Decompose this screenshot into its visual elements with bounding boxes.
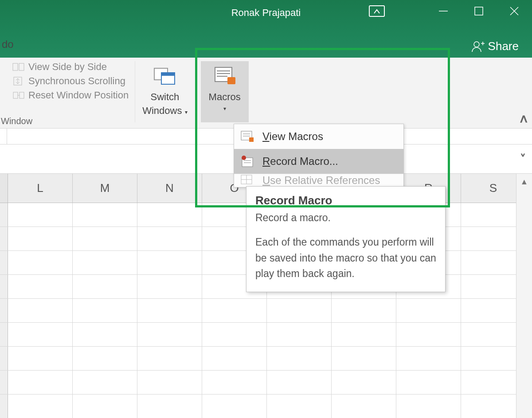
record-macro-item[interactable]: Record Macro... xyxy=(234,149,403,174)
ribbon-display-options-icon[interactable] xyxy=(368,4,386,18)
chevron-down-icon: ▾ xyxy=(223,105,226,113)
switch-l2: Windows xyxy=(142,105,182,116)
macros-dropdown-menu: View Macros Record Macro... Use Relative… xyxy=(234,124,404,188)
svg-rect-24 xyxy=(249,137,254,142)
view-side-by-side-button[interactable]: View Side by Side xyxy=(12,61,129,73)
collapse-ribbon-button[interactable]: ʌ xyxy=(520,111,528,125)
username: Ronak Prajapati xyxy=(231,7,301,19)
maximize-button[interactable] xyxy=(461,0,497,22)
svg-rect-8 xyxy=(13,63,18,70)
minimize-button[interactable] xyxy=(426,0,461,22)
scroll-up-icon[interactable]: ▲ xyxy=(516,174,532,190)
window-group: View Side by Side Synchronous Scrolling … xyxy=(0,58,249,122)
view-macros-item[interactable]: View Macros xyxy=(234,124,403,149)
share-label: Share xyxy=(488,39,519,53)
menu-item-label: Record Macro... xyxy=(262,155,338,168)
synchronous-scrolling-button[interactable]: Synchronous Scrolling xyxy=(12,75,129,87)
chevron-down-icon: ▾ xyxy=(185,109,188,115)
relative-ref-icon xyxy=(240,174,254,187)
macros-icon xyxy=(212,66,237,86)
menu-item-label: Use Relative References xyxy=(262,174,380,187)
svg-rect-0 xyxy=(369,6,384,16)
ribbon-item-label: Reset Window Position xyxy=(28,90,129,101)
switch-windows-button[interactable]: Switch Windows ▾ xyxy=(135,61,193,122)
tooltip-body: Each of the commands you perform will be… xyxy=(255,234,436,282)
svg-rect-9 xyxy=(19,63,24,70)
use-relative-references-item[interactable]: Use Relative References xyxy=(234,174,403,187)
ribbon-item-label: View Side by Side xyxy=(28,61,107,73)
switch-l1: Switch xyxy=(151,90,180,104)
close-button[interactable] xyxy=(497,0,532,22)
ribbon-item-label: Synchronous Scrolling xyxy=(28,75,125,87)
column-header[interactable]: N xyxy=(137,174,202,203)
select-all-corner[interactable] xyxy=(0,174,8,203)
tooltip-line: Record a macro. xyxy=(255,212,436,224)
titlebar: Ronak Prajapati xyxy=(0,0,532,35)
switch-windows-icon xyxy=(153,66,177,86)
window-controls xyxy=(426,0,532,22)
macros-label: Macros xyxy=(209,90,241,104)
svg-rect-2 xyxy=(475,7,483,15)
view-macros-icon xyxy=(240,130,254,143)
macros-button[interactable]: Macros ▾ xyxy=(201,61,249,122)
reset-window-position-button[interactable]: Reset Window Position xyxy=(12,90,129,101)
share-bar: Share xyxy=(0,35,532,58)
tooltip-title: Record Macro xyxy=(255,194,436,207)
cutoff-text-left: do xyxy=(0,35,16,53)
tooltip: Record Macro Record a macro. Each of the… xyxy=(246,186,446,292)
ribbon: View Side by Side Synchronous Scrolling … xyxy=(0,58,532,129)
column-header[interactable]: M xyxy=(73,174,137,203)
svg-point-28 xyxy=(242,156,246,160)
ribbon-group-label: Window xyxy=(1,116,32,126)
record-macro-icon xyxy=(240,155,254,168)
svg-rect-15 xyxy=(161,73,175,76)
svg-rect-12 xyxy=(20,92,24,98)
svg-rect-20 xyxy=(227,77,235,84)
svg-point-5 xyxy=(474,42,479,47)
window-option-list: View Side by Side Synchronous Scrolling … xyxy=(12,61,129,101)
menu-item-label: View Macros xyxy=(262,130,323,143)
share-button[interactable]: Share xyxy=(471,39,519,53)
expand-formula-bar-button[interactable]: ˅ xyxy=(520,152,526,166)
vertical-scrollbar[interactable]: ▲ xyxy=(516,174,532,418)
column-header[interactable]: L xyxy=(8,174,73,203)
svg-rect-11 xyxy=(13,92,18,98)
